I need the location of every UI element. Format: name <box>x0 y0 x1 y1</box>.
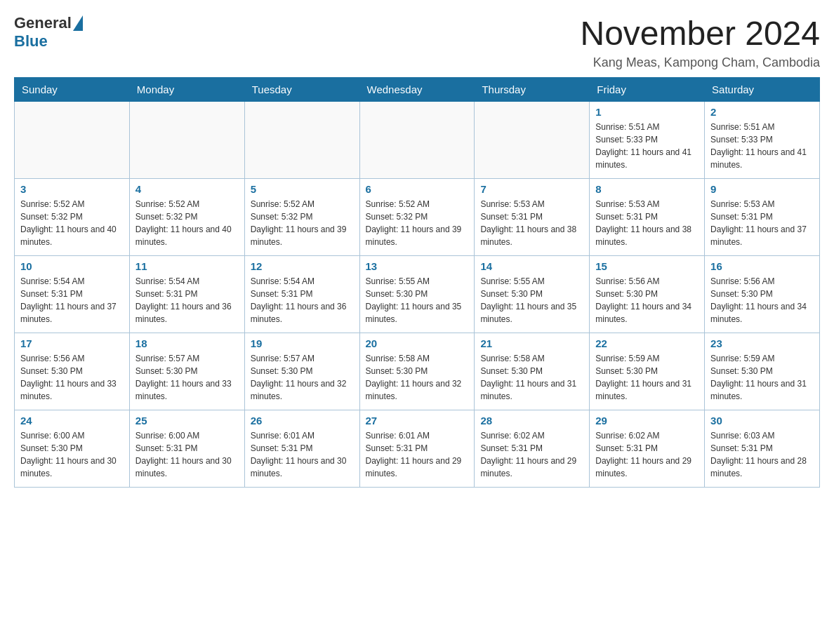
day-number: 25 <box>135 415 239 427</box>
day-number: 3 <box>20 183 124 195</box>
calendar-cell: 4Sunrise: 5:52 AMSunset: 5:32 PMDaylight… <box>129 179 244 256</box>
day-number: 7 <box>480 183 583 195</box>
calendar-cell: 13Sunrise: 5:55 AMSunset: 5:30 PMDayligh… <box>359 256 475 333</box>
day-number: 26 <box>251 415 354 427</box>
calendar-cell: 3Sunrise: 5:52 AMSunset: 5:32 PMDaylight… <box>15 179 130 256</box>
sun-info: Sunrise: 6:00 AMSunset: 5:31 PMDaylight:… <box>135 429 239 480</box>
sun-info: Sunrise: 5:57 AMSunset: 5:30 PMDaylight:… <box>251 352 354 403</box>
sun-info: Sunrise: 5:51 AMSunset: 5:33 PMDaylight:… <box>595 121 699 171</box>
day-number: 30 <box>710 415 814 427</box>
day-number: 24 <box>20 415 124 427</box>
day-number: 8 <box>595 183 699 195</box>
calendar-cell: 12Sunrise: 5:54 AMSunset: 5:31 PMDayligh… <box>244 256 359 333</box>
calendar-cell: 15Sunrise: 5:56 AMSunset: 5:30 PMDayligh… <box>590 256 705 333</box>
sun-info: Sunrise: 6:02 AMSunset: 5:31 PMDaylight:… <box>480 429 583 480</box>
sun-info: Sunrise: 5:54 AMSunset: 5:31 PMDaylight:… <box>251 275 354 326</box>
sun-info: Sunrise: 5:52 AMSunset: 5:32 PMDaylight:… <box>135 198 239 248</box>
day-number: 19 <box>251 337 354 349</box>
sun-info: Sunrise: 5:58 AMSunset: 5:30 PMDaylight:… <box>366 352 469 403</box>
day-number: 17 <box>20 337 124 349</box>
day-number: 22 <box>595 337 699 349</box>
calendar-cell: 8Sunrise: 5:53 AMSunset: 5:31 PMDaylight… <box>590 179 705 256</box>
day-number: 21 <box>480 337 583 349</box>
sun-info: Sunrise: 5:59 AMSunset: 5:30 PMDaylight:… <box>710 352 814 403</box>
location-title: Kang Meas, Kampong Cham, Cambodia <box>580 55 820 70</box>
week-row-1: 1Sunrise: 5:51 AMSunset: 5:33 PMDaylight… <box>15 102 820 179</box>
calendar-cell: 7Sunrise: 5:53 AMSunset: 5:31 PMDaylight… <box>475 179 590 256</box>
sun-info: Sunrise: 5:55 AMSunset: 5:30 PMDaylight:… <box>480 275 583 326</box>
sun-info: Sunrise: 6:02 AMSunset: 5:31 PMDaylight:… <box>595 429 699 480</box>
calendar-cell <box>359 102 475 179</box>
sun-info: Sunrise: 6:00 AMSunset: 5:30 PMDaylight:… <box>20 429 124 480</box>
calendar-cell: 9Sunrise: 5:53 AMSunset: 5:31 PMDaylight… <box>705 179 820 256</box>
sun-info: Sunrise: 5:52 AMSunset: 5:32 PMDaylight:… <box>251 198 354 248</box>
sun-info: Sunrise: 5:58 AMSunset: 5:30 PMDaylight:… <box>480 352 583 403</box>
calendar-cell: 28Sunrise: 6:02 AMSunset: 5:31 PMDayligh… <box>475 410 590 488</box>
logo: General Blue <box>14 14 83 51</box>
calendar-cell: 20Sunrise: 5:58 AMSunset: 5:30 PMDayligh… <box>359 333 475 410</box>
calendar-cell: 21Sunrise: 5:58 AMSunset: 5:30 PMDayligh… <box>475 333 590 410</box>
sun-info: Sunrise: 6:01 AMSunset: 5:31 PMDaylight:… <box>251 429 354 480</box>
weekday-header-sunday: Sunday <box>15 78 130 102</box>
calendar-table: SundayMondayTuesdayWednesdayThursdayFrid… <box>14 77 820 488</box>
day-number: 29 <box>595 415 699 427</box>
day-number: 6 <box>366 183 469 195</box>
month-title: November 2024 <box>580 14 820 53</box>
day-number: 5 <box>251 183 354 195</box>
calendar-cell: 5Sunrise: 5:52 AMSunset: 5:32 PMDaylight… <box>244 179 359 256</box>
day-number: 11 <box>135 260 239 272</box>
calendar-cell: 23Sunrise: 5:59 AMSunset: 5:30 PMDayligh… <box>705 333 820 410</box>
sun-info: Sunrise: 5:52 AMSunset: 5:32 PMDaylight:… <box>20 198 124 248</box>
day-number: 14 <box>480 260 583 272</box>
week-row-4: 17Sunrise: 5:56 AMSunset: 5:30 PMDayligh… <box>15 333 820 410</box>
weekday-header-tuesday: Tuesday <box>244 78 359 102</box>
weekday-header-wednesday: Wednesday <box>359 78 475 102</box>
day-number: 20 <box>366 337 469 349</box>
calendar-cell: 24Sunrise: 6:00 AMSunset: 5:30 PMDayligh… <box>15 410 130 488</box>
day-number: 28 <box>480 415 583 427</box>
sun-info: Sunrise: 5:54 AMSunset: 5:31 PMDaylight:… <box>20 275 124 326</box>
logo-triangle-icon <box>73 15 83 31</box>
sun-info: Sunrise: 5:57 AMSunset: 5:30 PMDaylight:… <box>135 352 239 403</box>
week-row-5: 24Sunrise: 6:00 AMSunset: 5:30 PMDayligh… <box>15 410 820 488</box>
calendar-cell: 25Sunrise: 6:00 AMSunset: 5:31 PMDayligh… <box>129 410 244 488</box>
day-number: 10 <box>20 260 124 272</box>
weekday-header-thursday: Thursday <box>475 78 590 102</box>
calendar-cell: 27Sunrise: 6:01 AMSunset: 5:31 PMDayligh… <box>359 410 475 488</box>
calendar-cell: 16Sunrise: 5:56 AMSunset: 5:30 PMDayligh… <box>705 256 820 333</box>
day-number: 23 <box>710 337 814 349</box>
logo-blue-text: Blue <box>14 32 83 51</box>
day-number: 15 <box>595 260 699 272</box>
calendar-cell: 11Sunrise: 5:54 AMSunset: 5:31 PMDayligh… <box>129 256 244 333</box>
weekday-header-friday: Friday <box>590 78 705 102</box>
day-number: 18 <box>135 337 239 349</box>
calendar-cell <box>129 102 244 179</box>
sun-info: Sunrise: 5:53 AMSunset: 5:31 PMDaylight:… <box>595 198 699 248</box>
calendar-cell: 6Sunrise: 5:52 AMSunset: 5:32 PMDaylight… <box>359 179 475 256</box>
sun-info: Sunrise: 5:56 AMSunset: 5:30 PMDaylight:… <box>20 352 124 403</box>
calendar-cell: 2Sunrise: 5:51 AMSunset: 5:33 PMDaylight… <box>705 102 820 179</box>
sun-info: Sunrise: 5:54 AMSunset: 5:31 PMDaylight:… <box>135 275 239 326</box>
calendar-cell: 17Sunrise: 5:56 AMSunset: 5:30 PMDayligh… <box>15 333 130 410</box>
calendar-cell: 18Sunrise: 5:57 AMSunset: 5:30 PMDayligh… <box>129 333 244 410</box>
day-number: 27 <box>366 415 469 427</box>
calendar-cell: 10Sunrise: 5:54 AMSunset: 5:31 PMDayligh… <box>15 256 130 333</box>
sun-info: Sunrise: 5:56 AMSunset: 5:30 PMDaylight:… <box>595 275 699 326</box>
week-row-3: 10Sunrise: 5:54 AMSunset: 5:31 PMDayligh… <box>15 256 820 333</box>
calendar-cell: 26Sunrise: 6:01 AMSunset: 5:31 PMDayligh… <box>244 410 359 488</box>
calendar-header-row: SundayMondayTuesdayWednesdayThursdayFrid… <box>15 78 820 102</box>
weekday-header-saturday: Saturday <box>705 78 820 102</box>
title-area: November 2024 Kang Meas, Kampong Cham, C… <box>580 14 820 70</box>
sun-info: Sunrise: 5:55 AMSunset: 5:30 PMDaylight:… <box>366 275 469 326</box>
calendar-cell: 22Sunrise: 5:59 AMSunset: 5:30 PMDayligh… <box>590 333 705 410</box>
calendar-cell: 29Sunrise: 6:02 AMSunset: 5:31 PMDayligh… <box>590 410 705 488</box>
calendar-cell: 19Sunrise: 5:57 AMSunset: 5:30 PMDayligh… <box>244 333 359 410</box>
sun-info: Sunrise: 5:53 AMSunset: 5:31 PMDaylight:… <box>710 198 814 248</box>
sun-info: Sunrise: 6:03 AMSunset: 5:31 PMDaylight:… <box>710 429 814 480</box>
day-number: 16 <box>710 260 814 272</box>
page-header: General Blue November 2024 Kang Meas, Ka… <box>14 14 820 70</box>
calendar-cell <box>15 102 130 179</box>
calendar-cell <box>475 102 590 179</box>
sun-info: Sunrise: 5:51 AMSunset: 5:33 PMDaylight:… <box>710 121 814 171</box>
calendar-cell: 14Sunrise: 5:55 AMSunset: 5:30 PMDayligh… <box>475 256 590 333</box>
